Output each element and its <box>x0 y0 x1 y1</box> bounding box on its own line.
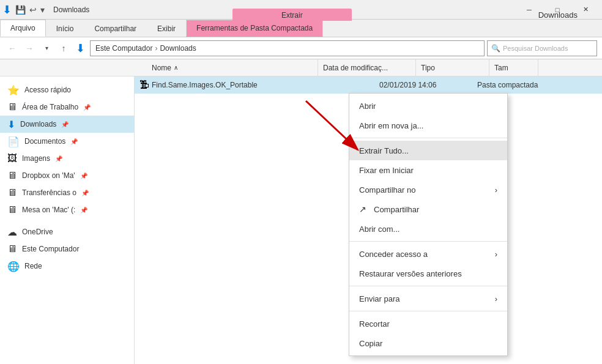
pin-icon-mesa: 📌 <box>80 207 87 214</box>
ribbon: Extrair Downloads Arquivo Início Compart… <box>0 20 602 37</box>
sidebar-item-acesso-rapido[interactable]: ⭐ Acesso rápido <box>0 81 134 98</box>
sidebar-item-area-trabalho[interactable]: 🖥 Área de Trabalho 📌 <box>0 98 134 116</box>
column-headers: Nome ∧ Data de modificaç... Tipo Tam <box>0 59 602 76</box>
arrow-icon: › <box>495 185 497 195</box>
window-title-right: Downloads <box>538 9 578 21</box>
app-icon: ⬇ <box>2 3 12 17</box>
separator-4 <box>349 311 507 311</box>
computer-icon: 🖥 <box>7 243 17 254</box>
network-icon: 🌐 <box>7 261 20 272</box>
ctx-copiar[interactable]: Copiar <box>349 333 507 353</box>
downloads-icon: ⬇ <box>76 42 85 55</box>
annotation-arrow <box>300 95 373 162</box>
address-bar: ← → ▾ ↑ ⬇ Este Computador › Downloads 🔍 … <box>0 37 602 59</box>
col-header-type[interactable]: Tipo <box>416 59 489 76</box>
downloads-sidebar-icon: ⬇ <box>7 119 15 130</box>
onedrive-icon: ☁ <box>7 226 17 238</box>
sidebar-item-rede[interactable]: 🌐 Rede <box>0 258 134 275</box>
sidebar-item-documentos[interactable]: 📄 Documentos 📌 <box>0 133 134 150</box>
tab-compartilhar[interactable]: Compartilhar <box>84 20 147 37</box>
separator-3 <box>349 286 507 286</box>
sidebar-item-onedrive[interactable]: ☁ OneDrive <box>0 223 134 240</box>
breadcrumb[interactable]: Este Computador › Downloads <box>90 40 485 56</box>
tab-ferramentas[interactable]: Ferramentas de Pasta Compactada <box>186 20 323 37</box>
back-button[interactable]: ← <box>5 41 20 56</box>
svg-line-1 <box>306 101 358 150</box>
sidebar: ⭐ Acesso rápido 🖥 Área de Trabalho 📌 ⬇ D… <box>0 76 135 364</box>
arrow-icon-2: › <box>495 250 497 259</box>
tab-arquivo[interactable]: Arquivo <box>0 20 46 37</box>
ctx-enviar-para[interactable]: Enviar para › <box>349 289 507 308</box>
desktop-icon: 🖥 <box>7 102 17 113</box>
extrair-tab-top[interactable]: Extrair <box>232 9 352 21</box>
ctx-fixar-iniciar[interactable]: Fixar em Iniciar <box>349 160 507 180</box>
qat-dropdown[interactable]: ▾ <box>40 5 45 15</box>
window-title: Downloads <box>53 6 89 14</box>
pin-icon-dropbox: 📌 <box>80 173 87 179</box>
arrow-icon-3: › <box>495 294 497 303</box>
star-icon: ⭐ <box>7 84 20 96</box>
transfer-icon: 🖥 <box>7 187 17 198</box>
sidebar-item-transferencias[interactable]: 🖥 Transferências o 📌 <box>0 184 134 201</box>
dropbox-icon: 🖥 <box>7 170 17 181</box>
tab-inicio[interactable]: Início <box>46 20 84 37</box>
pin-icon-downloads: 📌 <box>61 121 69 128</box>
ctx-compartilhar-no[interactable]: Compartilhar no › <box>349 180 507 199</box>
forward-button[interactable]: → <box>22 41 37 56</box>
tab-exibir[interactable]: Exibir <box>147 20 186 37</box>
pin-icon-images: 📌 <box>55 155 62 162</box>
qat-undo[interactable]: ↩ <box>29 5 37 15</box>
col-header-size[interactable]: Tam <box>489 59 538 76</box>
pin-icon: 📌 <box>83 104 91 111</box>
separator-2 <box>349 241 507 242</box>
ctx-compartilhar[interactable]: ↗ Compartilhar <box>349 199 507 219</box>
sidebar-item-downloads[interactable]: ⬇ Downloads 📌 <box>0 116 134 133</box>
recent-locations-button[interactable]: ▾ <box>39 41 54 56</box>
search-icon: 🔍 <box>491 44 500 53</box>
table-row[interactable]: 🗜 Find.Same.Images.OK_Portable 02/01/201… <box>135 76 602 94</box>
sidebar-item-dropbox[interactable]: 🖥 Dropbox on 'Ma' 📌 <box>0 167 134 184</box>
sidebar-item-mesa[interactable]: 🖥 Mesa on 'Mac' (: 📌 <box>0 201 134 218</box>
pin-icon-docs: 📌 <box>70 138 78 145</box>
search-bar[interactable]: 🔍 Pesquisar Downloads <box>487 40 597 56</box>
ctx-recortar[interactable]: Recortar <box>349 314 507 333</box>
sidebar-item-este-computador[interactable]: 🖥 Este Computador <box>0 240 134 258</box>
file-zip-icon: 🗜 <box>137 80 152 91</box>
ctx-restaurar-versoes[interactable]: Restaurar versões anteriores <box>349 264 507 283</box>
ctx-conceder-acesso[interactable]: Conceder acesso a › <box>349 244 507 264</box>
images-icon: 🖼 <box>7 153 17 164</box>
documents-icon: 📄 <box>7 136 20 147</box>
col-header-name[interactable]: Nome ∧ <box>147 59 318 76</box>
qat-save[interactable]: 💾 <box>15 5 26 15</box>
sidebar-item-imagens[interactable]: 🖼 Imagens 📌 <box>0 150 134 167</box>
mesa-icon: 🖥 <box>7 204 17 215</box>
up-button[interactable]: ↑ <box>56 41 71 56</box>
pin-icon-transfer: 📌 <box>81 190 89 196</box>
col-header-modified[interactable]: Data de modificaç... <box>318 59 416 76</box>
ctx-abrir-com[interactable]: Abrir com... <box>349 219 507 239</box>
share-icon: ↗ <box>359 204 366 214</box>
